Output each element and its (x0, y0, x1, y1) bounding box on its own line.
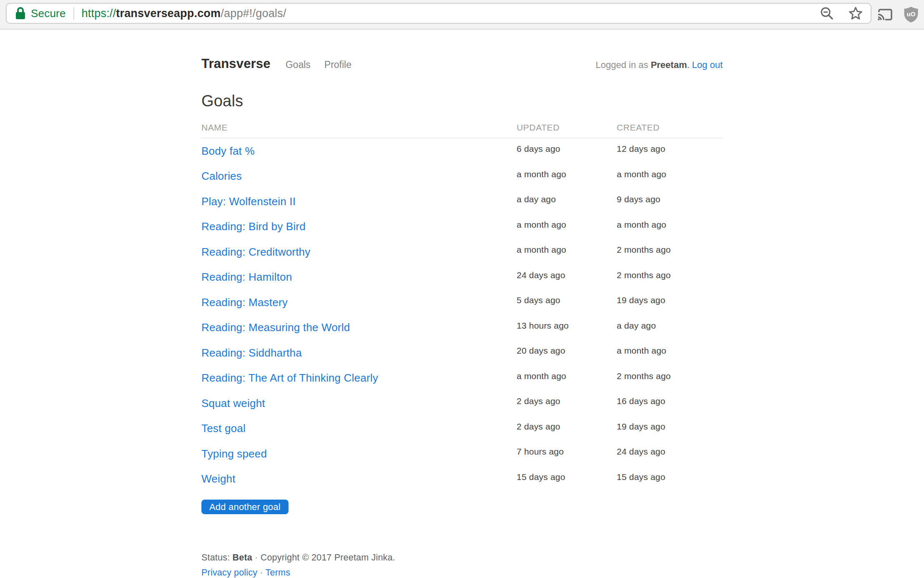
goal-updated-value: a day ago (517, 194, 617, 204)
cast-icon[interactable] (877, 8, 893, 21)
table-row: Body fat % 6 days ago 12 days ago (201, 138, 723, 164)
goal-updated-value: 5 days ago (517, 295, 617, 305)
column-header-name: NAME (201, 123, 517, 133)
table-row: Reading: Mastery 5 days ago 19 days ago (201, 290, 723, 315)
goal-name-link[interactable]: Reading: Siddhartha (201, 347, 302, 359)
goal-updated-value: 7 hours ago (517, 447, 617, 457)
goal-updated-value: 24 days ago (517, 270, 617, 280)
session-prefix: Logged in as (596, 60, 648, 70)
goal-updated-value: a month ago (517, 169, 617, 179)
url-text[interactable]: https://transverseapp.com/app#!/goals/ (82, 7, 286, 20)
logout-link[interactable]: Log out (692, 60, 723, 70)
footer-separator: · (255, 553, 258, 563)
address-bar[interactable]: Secure https://transverseapp.com/app#!/g… (6, 3, 871, 24)
ublock-shield-icon[interactable]: uO (904, 6, 919, 23)
footer-links-separator: · (260, 568, 263, 578)
goal-updated-value: 20 days ago (517, 346, 617, 356)
goal-updated-value: 15 days ago (517, 472, 617, 482)
omnibox-divider (73, 7, 74, 20)
session-status: Logged in as Preetam.Log out (596, 60, 723, 70)
goal-updated-value: 2 days ago (517, 422, 617, 432)
session-suffix: . (687, 60, 689, 70)
goal-created-value: 2 months ago (617, 270, 723, 280)
goal-name-link[interactable]: Calories (201, 170, 242, 182)
table-header-row: NAME UPDATED CREATED (201, 123, 723, 138)
goal-created-value: a month ago (617, 220, 723, 230)
goals-table-body: Body fat % 6 days ago 12 days ago Calori… (201, 138, 723, 492)
nav-item-profile[interactable]: Profile (324, 59, 352, 70)
table-row: Reading: Hamilton 24 days ago 2 months a… (201, 265, 723, 290)
table-row: Reading: Creditworthy a month ago 2 mont… (201, 239, 723, 265)
goal-created-value: 15 days ago (617, 472, 723, 482)
table-row: Test goal 2 days ago 19 days ago (201, 416, 723, 442)
goal-created-value: 19 days ago (617, 295, 723, 305)
goal-created-value: a month ago (617, 169, 723, 179)
goal-name-link[interactable]: Reading: Mastery (201, 296, 288, 309)
bookmark-star-icon[interactable] (848, 6, 863, 21)
url-scheme: https:// (82, 7, 116, 20)
goal-created-value: 24 days ago (617, 447, 723, 457)
add-goal-button[interactable]: Add another goal (201, 500, 289, 514)
lock-icon[interactable] (15, 7, 26, 20)
column-header-updated: UPDATED (517, 123, 617, 133)
goal-created-value: 12 days ago (617, 144, 723, 154)
goal-created-value: 19 days ago (617, 422, 723, 432)
url-domain: transverseapp.com (116, 7, 221, 20)
column-header-created: CREATED (617, 123, 723, 133)
terms-link[interactable]: Terms (266, 568, 291, 578)
goal-created-value: 9 days ago (617, 194, 723, 204)
goal-name-link[interactable]: Reading: Measuring the World (201, 321, 350, 334)
goal-name-link[interactable]: Squat weight (201, 397, 265, 410)
goal-name-link[interactable]: Play: Wolfenstein II (201, 195, 296, 208)
footer-links: Privacy policy · Terms (201, 568, 723, 578)
nav-item-goals[interactable]: Goals (286, 59, 311, 70)
status-label: Status: (201, 553, 230, 563)
goal-updated-value: 2 days ago (517, 396, 617, 406)
goal-updated-value: a month ago (517, 371, 617, 381)
goal-name-link[interactable]: Body fat % (201, 145, 255, 157)
footer-status-line: Status: Beta · Copyright © 2017 Preetam … (201, 553, 723, 563)
svg-text:uO: uO (907, 10, 916, 18)
secure-label[interactable]: Secure (31, 7, 66, 20)
goal-created-value: a month ago (617, 346, 723, 356)
goal-created-value: 2 months ago (617, 245, 723, 255)
table-row: Reading: Siddhartha 20 days ago a month … (201, 340, 723, 366)
privacy-policy-link[interactable]: Privacy policy (201, 568, 257, 578)
goal-updated-value: 6 days ago (517, 144, 617, 154)
table-row: Calories a month ago a month ago (201, 164, 723, 189)
brand-logo[interactable]: Transverse (201, 56, 271, 71)
goal-name-link[interactable]: Reading: Hamilton (201, 271, 292, 283)
table-row: Squat weight 2 days ago 16 days ago (201, 391, 723, 416)
goal-name-link[interactable]: Reading: Creditworthy (201, 246, 310, 258)
table-row: Typing speed 7 hours ago 24 days ago (201, 441, 723, 467)
goal-name-link[interactable]: Weight (201, 472, 236, 485)
app-header: Transverse Goals Profile Logged in as Pr… (201, 30, 723, 71)
table-row: Play: Wolfenstein II a day ago 9 days ag… (201, 189, 723, 214)
zoom-icon[interactable] (820, 6, 834, 20)
url-path: /app#!/goals/ (221, 7, 286, 20)
goal-name-link[interactable]: Typing speed (201, 447, 267, 460)
goal-updated-value: a month ago (517, 220, 617, 230)
goal-name-link[interactable]: Reading: The Art of Thinking Clearly (201, 372, 378, 384)
table-row: Weight 15 days ago 15 days ago (201, 467, 723, 492)
goal-created-value: a day ago (617, 321, 723, 331)
goal-name-link[interactable]: Reading: Bird by Bird (201, 220, 306, 233)
browser-extension-area: uO (871, 0, 924, 29)
goal-name-link[interactable]: Test goal (201, 422, 246, 435)
table-row: Reading: Measuring the World 13 hours ag… (201, 315, 723, 341)
copyright-text: Copyright © 2017 Preetam Jinka. (261, 553, 395, 563)
goal-updated-value: 13 hours ago (517, 321, 617, 331)
page-title: Goals (201, 92, 723, 110)
table-row: Reading: Bird by Bird a month ago a mont… (201, 214, 723, 240)
status-badge: Beta (233, 553, 252, 563)
browser-toolbar: Secure https://transverseapp.com/app#!/g… (0, 0, 924, 30)
session-username: Preetam (651, 60, 687, 70)
goal-created-value: 16 days ago (617, 396, 723, 406)
table-row: Reading: The Art of Thinking Clearly a m… (201, 366, 723, 391)
goal-created-value: 2 months ago (617, 371, 723, 381)
footer: Status: Beta · Copyright © 2017 Preetam … (201, 553, 723, 578)
goal-updated-value: a month ago (517, 245, 617, 255)
